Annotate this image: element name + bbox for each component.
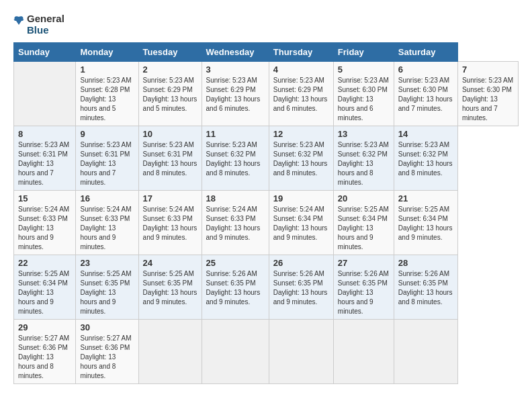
day-number: 5: [338, 64, 390, 75]
day-number: 2: [143, 64, 197, 75]
day-number: 23: [80, 258, 134, 268]
day-info: Sunrise: 5:25 AMSunset: 6:34 PMDaylight:…: [338, 205, 390, 252]
weekday-header-monday: Monday: [76, 43, 138, 62]
weekday-header-wednesday: Wednesday: [202, 43, 269, 62]
logo-text: General Blue: [27, 13, 64, 36]
calendar-cell: 24Sunrise: 5:25 AMSunset: 6:35 PMDayligh…: [138, 255, 202, 320]
calendar-cell: [394, 320, 457, 384]
day-number: 1: [80, 64, 134, 75]
calendar-cell: 10Sunrise: 5:23 AMSunset: 6:31 PMDayligh…: [138, 126, 202, 191]
day-number: 11: [206, 129, 265, 139]
weekday-header-tuesday: Tuesday: [138, 43, 202, 62]
day-info: Sunrise: 5:23 AMSunset: 6:31 PMDaylight:…: [18, 140, 71, 187]
day-info: Sunrise: 5:23 AMSunset: 6:31 PMDaylight:…: [143, 140, 197, 178]
calendar-cell: 9Sunrise: 5:23 AMSunset: 6:31 PMDaylight…: [76, 126, 138, 191]
day-info: Sunrise: 5:27 AMSunset: 6:36 PMDaylight:…: [18, 334, 71, 381]
day-info: Sunrise: 5:23 AMSunset: 6:32 PMDaylight:…: [206, 140, 265, 178]
calendar-cell: 25Sunrise: 5:26 AMSunset: 6:35 PMDayligh…: [202, 255, 269, 320]
day-number: 7: [462, 64, 514, 75]
calendar-cell: 1Sunrise: 5:23 AMSunset: 6:28 PMDaylight…: [76, 62, 138, 126]
day-number: 16: [80, 193, 134, 203]
calendar-cell: 4Sunrise: 5:23 AMSunset: 6:29 PMDaylight…: [269, 62, 333, 126]
calendar-table: SundayMondayTuesdayWednesdayThursdayFrid…: [13, 42, 519, 384]
day-info: Sunrise: 5:26 AMSunset: 6:35 PMDaylight:…: [398, 269, 453, 307]
day-number: 13: [338, 129, 390, 139]
calendar-cell: 11Sunrise: 5:23 AMSunset: 6:32 PMDayligh…: [202, 126, 269, 191]
day-number: 29: [18, 322, 71, 332]
day-number: 27: [338, 258, 390, 268]
calendar-cell: 7Sunrise: 5:23 AMSunset: 6:30 PMDaylight…: [457, 62, 518, 126]
day-info: Sunrise: 5:23 AMSunset: 6:30 PMDaylight:…: [338, 76, 390, 123]
day-info: Sunrise: 5:26 AMSunset: 6:35 PMDaylight:…: [338, 269, 390, 316]
calendar-cell: 29Sunrise: 5:27 AMSunset: 6:36 PMDayligh…: [14, 320, 76, 384]
week-row-5: 29Sunrise: 5:27 AMSunset: 6:36 PMDayligh…: [14, 320, 519, 384]
calendar-cell: 16Sunrise: 5:24 AMSunset: 6:33 PMDayligh…: [76, 191, 138, 255]
day-number: 14: [398, 129, 453, 139]
logo-bird-icon: [13, 15, 24, 34]
week-row-4: 22Sunrise: 5:25 AMSunset: 6:34 PMDayligh…: [14, 255, 519, 320]
calendar-cell: 13Sunrise: 5:23 AMSunset: 6:32 PMDayligh…: [333, 126, 394, 191]
calendar-cell: 12Sunrise: 5:23 AMSunset: 6:32 PMDayligh…: [269, 126, 333, 191]
week-row-2: 8Sunrise: 5:23 AMSunset: 6:31 PMDaylight…: [14, 126, 519, 191]
day-info: Sunrise: 5:24 AMSunset: 6:33 PMDaylight:…: [18, 205, 71, 252]
day-number: 25: [206, 258, 265, 268]
day-number: 18: [206, 193, 265, 203]
calendar-cell: 28Sunrise: 5:26 AMSunset: 6:35 PMDayligh…: [394, 255, 457, 320]
day-info: Sunrise: 5:23 AMSunset: 6:30 PMDaylight:…: [398, 76, 453, 113]
day-info: Sunrise: 5:23 AMSunset: 6:30 PMDaylight:…: [462, 76, 514, 123]
calendar-cell: 3Sunrise: 5:23 AMSunset: 6:29 PMDaylight…: [202, 62, 269, 126]
logo-container: General Blue: [13, 13, 64, 36]
calendar-cell: 26Sunrise: 5:26 AMSunset: 6:35 PMDayligh…: [269, 255, 333, 320]
calendar-cell: 15Sunrise: 5:24 AMSunset: 6:33 PMDayligh…: [14, 191, 76, 255]
day-info: Sunrise: 5:23 AMSunset: 6:29 PMDaylight:…: [206, 76, 265, 113]
week-row-3: 15Sunrise: 5:24 AMSunset: 6:33 PMDayligh…: [14, 191, 519, 255]
calendar-cell: 19Sunrise: 5:24 AMSunset: 6:34 PMDayligh…: [269, 191, 333, 255]
day-number: 6: [398, 64, 453, 75]
day-info: Sunrise: 5:23 AMSunset: 6:32 PMDaylight:…: [338, 140, 390, 187]
calendar-cell: 17Sunrise: 5:24 AMSunset: 6:33 PMDayligh…: [138, 191, 202, 255]
calendar-cell: 21Sunrise: 5:25 AMSunset: 6:34 PMDayligh…: [394, 191, 457, 255]
calendar-cell: [202, 320, 269, 384]
day-info: Sunrise: 5:24 AMSunset: 6:33 PMDaylight:…: [206, 205, 265, 242]
calendar-cell: [138, 320, 202, 384]
day-number: 9: [80, 129, 134, 139]
calendar-cell: 23Sunrise: 5:25 AMSunset: 6:35 PMDayligh…: [76, 255, 138, 320]
day-number: 26: [273, 258, 329, 268]
day-info: Sunrise: 5:23 AMSunset: 6:28 PMDaylight:…: [80, 76, 134, 123]
day-number: 22: [18, 258, 71, 268]
day-info: Sunrise: 5:24 AMSunset: 6:34 PMDaylight:…: [273, 205, 329, 242]
calendar-cell: 2Sunrise: 5:23 AMSunset: 6:29 PMDaylight…: [138, 62, 202, 126]
weekday-header-friday: Friday: [333, 43, 394, 62]
day-number: 24: [143, 258, 197, 268]
calendar-cell: 20Sunrise: 5:25 AMSunset: 6:34 PMDayligh…: [333, 191, 394, 255]
day-info: Sunrise: 5:25 AMSunset: 6:35 PMDaylight:…: [80, 269, 134, 316]
day-number: 19: [273, 193, 329, 203]
day-number: 17: [143, 193, 197, 203]
calendar-cell: 6Sunrise: 5:23 AMSunset: 6:30 PMDaylight…: [394, 62, 457, 126]
day-info: Sunrise: 5:26 AMSunset: 6:35 PMDaylight:…: [206, 269, 265, 307]
weekday-header-sunday: Sunday: [14, 43, 76, 62]
day-number: 12: [273, 129, 329, 139]
logo: General Blue: [13, 13, 64, 36]
weekday-header-row: SundayMondayTuesdayWednesdayThursdayFrid…: [14, 43, 519, 62]
day-info: Sunrise: 5:23 AMSunset: 6:29 PMDaylight:…: [273, 76, 329, 113]
day-number: 30: [80, 322, 134, 332]
calendar-cell: 18Sunrise: 5:24 AMSunset: 6:33 PMDayligh…: [202, 191, 269, 255]
day-number: 28: [398, 258, 453, 268]
day-info: Sunrise: 5:23 AMSunset: 6:31 PMDaylight:…: [80, 140, 134, 187]
calendar-cell: 14Sunrise: 5:23 AMSunset: 6:32 PMDayligh…: [394, 126, 457, 191]
day-number: 3: [206, 64, 265, 75]
day-info: Sunrise: 5:24 AMSunset: 6:33 PMDaylight:…: [143, 205, 197, 242]
day-number: 4: [273, 64, 329, 75]
day-info: Sunrise: 5:26 AMSunset: 6:35 PMDaylight:…: [273, 269, 329, 307]
day-info: Sunrise: 5:25 AMSunset: 6:34 PMDaylight:…: [18, 269, 71, 316]
day-number: 10: [143, 129, 197, 139]
day-number: 21: [398, 193, 453, 203]
day-number: 15: [18, 193, 71, 203]
calendar-cell: [333, 320, 394, 384]
day-number: 20: [338, 193, 390, 203]
week-row-1: 1Sunrise: 5:23 AMSunset: 6:28 PMDaylight…: [14, 62, 519, 126]
day-info: Sunrise: 5:23 AMSunset: 6:32 PMDaylight:…: [273, 140, 329, 178]
day-info: Sunrise: 5:27 AMSunset: 6:36 PMDaylight:…: [80, 334, 134, 381]
calendar-cell: 27Sunrise: 5:26 AMSunset: 6:35 PMDayligh…: [333, 255, 394, 320]
